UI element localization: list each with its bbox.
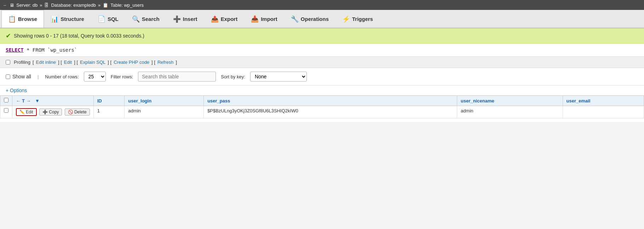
tab-export[interactable]: 📤 Export [204,10,245,28]
tab-search[interactable]: 🔍 Search [125,10,166,28]
tab-sql[interactable]: 📄 SQL [91,10,125,28]
delete-icon: 🚫 [68,110,73,114]
th-user-email[interactable]: user_email [563,96,644,106]
tab-sql-label: SQL [108,16,119,22]
success-icon: ✔ [6,32,11,40]
profiling-checkbox[interactable] [6,60,10,65]
tab-import[interactable]: 📥 Import [244,10,284,28]
controls-bar: Show all | Number of rows: 25 50 100 250… [0,68,644,85]
data-table: ← T → ▼ ID user_login user_pass user_nic… [0,95,644,118]
tab-export-label: Export [221,16,238,22]
search-input[interactable] [138,72,216,82]
refresh-link[interactable]: Refresh [157,60,174,65]
sql-display: SELECT * FROM `wp_users` [0,44,644,57]
tab-search-label: Search [142,16,160,22]
edit-icon: ✏️ [19,110,25,114]
insert-icon: ➕ [173,15,181,23]
nav-tabs: 📋 Browse 📊 Structure 📄 SQL 🔍 Search ➕ In… [0,10,644,28]
edit-link[interactable]: Edit [64,60,72,65]
title-bar: – 🖥 Server: db » 🗄 Database: exampledb »… [0,0,644,10]
tab-triggers[interactable]: ⚡ Triggers [335,10,380,28]
sort-select[interactable]: None PRIMARY [250,72,307,82]
create-php-link[interactable]: Create PHP code [114,60,149,65]
copy-icon: ➕ [42,110,48,114]
browse-icon: 📋 [8,15,16,23]
db-label: Database: exampledb [51,2,96,8]
sort-down-icon: ▼ [35,98,40,104]
search-icon: 🔍 [132,15,140,23]
tab-browse-label: Browse [18,16,37,22]
import-icon: 📥 [251,15,259,23]
tab-import-label: Import [261,16,277,22]
th-user-pass[interactable]: user_pass [204,96,457,106]
sql-rest: * FROM `wp_users` [24,47,77,53]
tab-insert[interactable]: ➕ Insert [166,10,204,28]
table-area: ← T → ▼ ID user_login user_pass user_nic… [0,95,644,122]
sep1: » [40,2,42,8]
cell-user-email [563,106,644,118]
num-rows-label: Number of rows: [45,74,79,79]
profiling-label: Profiling [14,60,30,65]
cell-user-login: admin [125,106,204,118]
tab-structure-label: Structure [61,16,84,22]
table-row: ✏️ Edit ➕ Copy 🚫 Delete 1 ad [0,106,644,118]
options-link[interactable]: + Options [6,88,27,93]
server-icon: 🖥 [10,2,14,8]
tab-operations[interactable]: 🔧 Operations [284,10,335,28]
show-all-label[interactable]: Show all [6,74,31,79]
tab-operations-label: Operations [301,16,329,22]
tab-browse[interactable]: 📋 Browse [1,10,44,28]
operations-icon: 🔧 [291,15,299,23]
th-actions: ← T → ▼ [12,96,94,106]
sep2: » [98,2,100,8]
info-bar: ✔ Showing rows 0 - 17 (18 total, Query t… [0,28,644,44]
edit-button[interactable]: ✏️ Edit [16,108,37,116]
copy-button[interactable]: ➕ Copy [39,108,62,116]
profiling-bar: Profiling [ Edit inline ] [ Edit ] [ Exp… [0,57,644,68]
triggers-icon: ⚡ [342,15,350,23]
server-label: Server: db [16,2,38,8]
sort-label: Sort by key: [221,74,245,79]
sql-keyword: SELECT [6,47,24,53]
right-arrow-icon: → [26,98,31,104]
title-dash: – [4,2,6,8]
table-icon: 📋 [103,2,108,8]
explain-sql-link[interactable]: Explain SQL [80,60,105,65]
row-checkbox[interactable] [4,108,8,113]
structure-icon: 📊 [51,15,58,23]
th-id[interactable]: ID [93,96,125,106]
cell-id: 1 [93,106,125,118]
num-rows-select[interactable]: 25 50 100 250 500 [84,72,106,82]
cell-user-pass: $P$BzULng3yOKj3Z0SGf8U6L3SHIQ2kIW0 [204,106,457,118]
db-icon: 🗄 [44,2,49,8]
sql-icon: 📄 [98,15,105,23]
tab-triggers-label: Triggers [352,16,373,22]
left-arrow-icon: ← [16,98,21,104]
tab-structure[interactable]: 📊 Structure [44,10,91,28]
edit-inline-link[interactable]: Edit inline [36,60,56,65]
cell-user-nicename: admin [457,106,563,118]
divider: | [38,74,39,79]
table-label: Table: wp_users [110,2,144,8]
info-message: Showing rows 0 - 17 (18 total, Query too… [14,33,144,39]
options-row: + Options [0,85,644,95]
delete-button[interactable]: 🚫 Delete [65,108,90,116]
th-check [0,96,12,106]
show-all-checkbox[interactable] [6,74,10,79]
th-user-login[interactable]: user_login [125,96,204,106]
row-check [0,106,12,118]
filter-label: Filter rows: [111,74,133,79]
row-actions: ✏️ Edit ➕ Copy 🚫 Delete [12,106,94,118]
th-user-nicename[interactable]: user_nicename [457,96,563,106]
tab-insert-label: Insert [183,16,197,22]
T-label: T [22,98,25,104]
select-all-checkbox[interactable] [4,98,8,102]
export-icon: 📤 [211,15,219,23]
